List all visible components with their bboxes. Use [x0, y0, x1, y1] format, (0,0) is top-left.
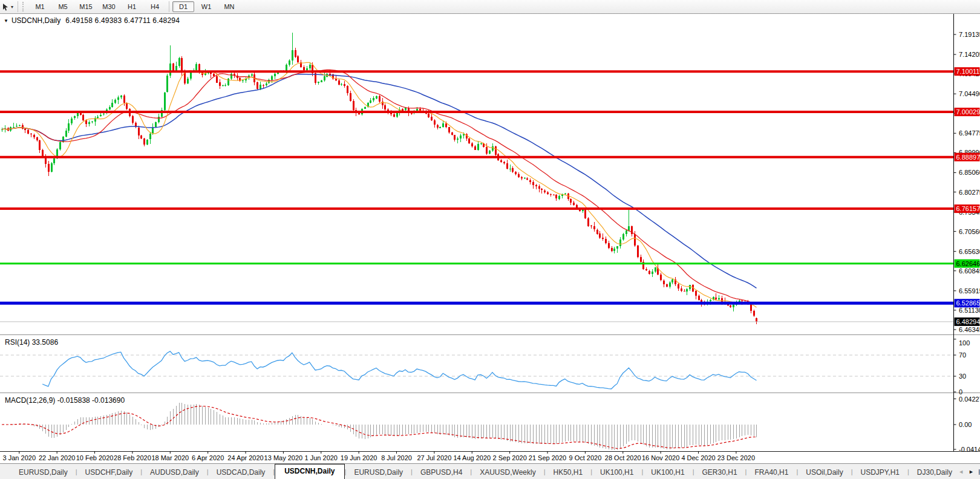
- svg-text:6.70560: 6.70560: [959, 228, 980, 235]
- panel-separator[interactable]: [0, 393, 980, 393]
- chart-tabbar: EURUSD,Daily|USDCHF,Daily|AUDUSD,Daily|U…: [0, 463, 980, 479]
- svg-text:2 Sep 2020: 2 Sep 2020: [493, 454, 527, 461]
- svg-text:0: 0: [959, 388, 962, 396]
- tab-scroll-left-icon[interactable]: ◄: [958, 469, 964, 475]
- panel-separator[interactable]: [0, 393, 980, 394]
- svg-text:-0.04148: -0.04148: [959, 446, 980, 453]
- price-chart-canvas[interactable]: 7.191357.142057.094207.044906.997056.947…: [0, 14, 980, 463]
- svg-text:6.55915: 6.55915: [959, 287, 980, 295]
- svg-text:19 Jun 2020: 19 Jun 2020: [341, 454, 377, 461]
- svg-text:6.52865: 6.52865: [956, 299, 980, 307]
- svg-text:4 Dec 2020: 4 Dec 2020: [681, 454, 715, 461]
- svg-text:6 Apr 2020: 6 Apr 2020: [192, 454, 224, 461]
- rsi-line: [42, 351, 756, 389]
- svg-text:6.80275: 6.80275: [959, 189, 980, 196]
- chart-area[interactable]: 7.191357.142057.094207.044906.997056.947…: [0, 14, 980, 463]
- timeframe-button-w1[interactable]: W1: [195, 1, 217, 12]
- svg-text:6.85060: 6.85060: [959, 169, 980, 176]
- tab-scroll-right-icon[interactable]: ►: [969, 469, 974, 475]
- chart-tab-uk100-h1[interactable]: UK100,H1: [592, 466, 641, 479]
- chart-tab-usoil-daily[interactable]: USOil,Daily: [798, 466, 851, 479]
- toolbar-separator: [169, 1, 169, 12]
- cursor-tool-button[interactable]: ▾: [0, 3, 15, 11]
- svg-text:7.10011: 7.10011: [956, 68, 980, 75]
- chart-tabs: EURUSD,Daily|USDCHF,Daily|AUDUSD,Daily|U…: [0, 464, 980, 479]
- chart-tab-hk50-h1[interactable]: HK50,H1: [546, 466, 591, 479]
- svg-text:6.48294: 6.48294: [956, 318, 980, 325]
- chart-tab-usdcad-daily[interactable]: USDCAD,Daily: [209, 466, 273, 479]
- price-axis-labels: 7.191357.142057.094207.044906.997056.947…: [954, 31, 980, 453]
- chart-tab-usdchf-daily[interactable]: USDCHF,Daily: [77, 466, 141, 479]
- svg-text:21 Sep 2020: 21 Sep 2020: [529, 454, 566, 461]
- chart-title: ▼ USDCNH,Daily 6.49158 6.49383 6.47711 6…: [4, 16, 180, 25]
- svg-text:18 Mar 2020: 18 Mar 2020: [151, 454, 189, 461]
- chart-tab-gbpusd-h4[interactable]: GBPUSD,H4: [413, 466, 470, 479]
- svg-text:7.00029: 7.00029: [956, 108, 980, 116]
- tab-scroll-arrows: ◄ ►: [953, 464, 979, 479]
- time-axis-labels: 3 Jan 202022 Jan 202010 Feb 202028 Feb 2…: [3, 451, 756, 461]
- svg-text:7.04490: 7.04490: [959, 90, 980, 97]
- svg-text:7.19135: 7.19135: [959, 31, 980, 38]
- toolbar-grip-handle[interactable]: [22, 2, 27, 11]
- chart-tab-dj30-daily[interactable]: DJ30,Daily: [909, 466, 960, 479]
- chart-tab-usdjpy-h1[interactable]: USDJPY,H1: [853, 466, 907, 479]
- timeframe-button-mn[interactable]: MN: [218, 1, 240, 12]
- chart-tab-fra40-h1[interactable]: FRA40,H1: [746, 466, 796, 479]
- macd-histogram: [2, 403, 757, 450]
- trading-terminal-window: ▾ M1M5M15M30H1H4D1W1MN 7.191357.142057.0…: [0, 0, 980, 479]
- candlesticks: [1, 33, 757, 324]
- chart-tab-xauusd-weekly[interactable]: XAUUSD,Weekly: [472, 466, 543, 479]
- svg-text:23 Dec 2020: 23 Dec 2020: [717, 454, 755, 461]
- panel-separator[interactable]: [0, 335, 980, 336]
- cursor-tool-icon: [2, 3, 10, 11]
- timeframe-button-d1[interactable]: D1: [172, 1, 194, 12]
- svg-text:1 Jun 2020: 1 Jun 2020: [305, 454, 338, 461]
- timeframe-toolbar: ▾ M1M5M15M30H1H4D1W1MN: [0, 0, 980, 14]
- timeframe-button-m5[interactable]: M5: [52, 1, 74, 12]
- svg-text:24 Apr 2020: 24 Apr 2020: [227, 454, 263, 461]
- timeframe-button-m1[interactable]: M1: [29, 1, 51, 12]
- svg-text:6.62646: 6.62646: [956, 260, 980, 267]
- chart-tab-eurusd-daily[interactable]: EURUSD,Daily: [11, 466, 76, 479]
- timeframe-button-m15[interactable]: M15: [75, 1, 97, 12]
- macd-indicator-label: MACD(12,26,9) -0.015838 -0.013690: [5, 396, 125, 405]
- time-axis-line: [0, 451, 980, 452]
- toolbar-separator: [18, 1, 18, 12]
- svg-text:6.60845: 6.60845: [959, 267, 980, 275]
- svg-text:6.94775: 6.94775: [959, 129, 980, 137]
- svg-text:27 Jul 2020: 27 Jul 2020: [417, 454, 451, 461]
- svg-text:6.46345: 6.46345: [959, 326, 980, 333]
- svg-text:14 Aug 2020: 14 Aug 2020: [453, 454, 491, 461]
- svg-text:0.00: 0.00: [959, 421, 972, 428]
- chart-symbol-label: USDCNH,Daily: [11, 16, 60, 25]
- timeframe-button-h1[interactable]: H1: [121, 1, 143, 12]
- svg-text:22 Jan 2020: 22 Jan 2020: [39, 454, 76, 461]
- svg-text:28 Oct 2020: 28 Oct 2020: [605, 454, 641, 461]
- collapse-triangle-icon[interactable]: ▼: [4, 18, 8, 24]
- svg-text:10 Feb 2020: 10 Feb 2020: [76, 454, 114, 461]
- chart-tab-uk100-h1[interactable]: UK100,H1: [643, 466, 692, 479]
- rsi-indicator-label: RSI(14) 33.5086: [5, 338, 58, 347]
- svg-text:3 Jan 2020: 3 Jan 2020: [3, 454, 36, 461]
- svg-text:6.76157: 6.76157: [956, 205, 980, 212]
- svg-text:8 Jul 2020: 8 Jul 2020: [381, 454, 412, 461]
- chart-tab-usdcnh-daily[interactable]: USDCNH,Daily: [275, 464, 344, 479]
- svg-text:6.88897: 6.88897: [956, 154, 980, 161]
- panel-separator[interactable]: [0, 334, 980, 335]
- chart-ohlc-values: 6.49158 6.49383 6.47711 6.48294: [65, 16, 180, 25]
- ma-slow-line: [2, 74, 756, 288]
- svg-text:30: 30: [959, 373, 966, 380]
- chart-tab-audusd-daily[interactable]: AUDUSD,Daily: [142, 466, 207, 479]
- svg-text:7.14205: 7.14205: [959, 51, 980, 58]
- svg-text:70: 70: [959, 351, 966, 359]
- svg-text:28 Feb 2020: 28 Feb 2020: [114, 454, 151, 461]
- timeframe-buttons: M1M5M15M30H1H4D1W1MN: [28, 1, 241, 12]
- chevron-down-icon: ▾: [11, 4, 13, 10]
- svg-text:0.042275: 0.042275: [959, 396, 980, 403]
- chart-tab-eurusd-daily[interactable]: EURUSD,Daily: [346, 466, 411, 479]
- timeframe-button-h4[interactable]: H4: [144, 1, 166, 12]
- chart-tab-ger30-h1[interactable]: GER30,H1: [694, 466, 745, 479]
- timeframe-button-m30[interactable]: M30: [98, 1, 120, 12]
- svg-text:13 May 2020: 13 May 2020: [264, 454, 303, 461]
- svg-text:6.65630: 6.65630: [959, 248, 980, 255]
